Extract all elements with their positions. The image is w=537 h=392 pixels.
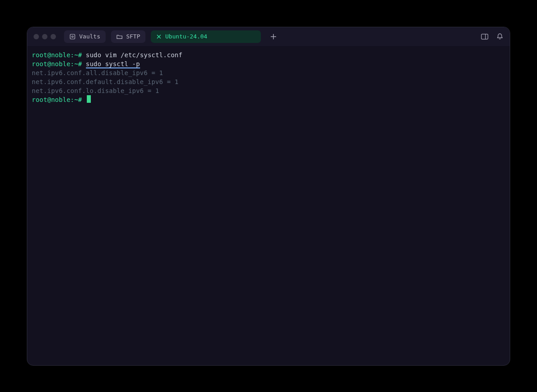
titlebar-right — [481, 33, 503, 40]
svg-point-1 — [72, 36, 73, 38]
tab-label: Ubuntu-24.04 — [165, 33, 207, 40]
output-line: net.ipv6.conf.all.disable_ipv6 = 1 — [32, 69, 163, 76]
shell-prompt: root@noble:~# — [32, 60, 82, 67]
terminal-window: Vaults SFTP Ubuntu-24.04 roo — [27, 27, 510, 366]
output-line: net.ipv6.conf.lo.disable_ipv6 = 1 — [32, 87, 159, 94]
vault-icon — [69, 34, 76, 40]
shell-prompt: root@noble:~# — [32, 51, 82, 59]
command-text: sudo vim /etc/sysctl.conf — [86, 51, 183, 59]
tab-vaults[interactable]: Vaults — [64, 30, 106, 43]
tab-sftp[interactable]: SFTP — [111, 30, 145, 43]
tab-label: SFTP — [126, 33, 140, 40]
tab-ubuntu[interactable]: Ubuntu-24.04 — [151, 30, 261, 43]
minimize-window-icon[interactable] — [42, 34, 47, 39]
new-tab-button[interactable] — [268, 31, 279, 42]
cursor — [87, 95, 91, 103]
folder-icon — [116, 34, 123, 40]
split-pane-icon[interactable] — [481, 33, 488, 40]
shell-prompt: root@noble:~# — [32, 96, 82, 103]
svg-rect-2 — [482, 34, 488, 39]
output-line: net.ipv6.conf.default.disable_ipv6 = 1 — [32, 78, 179, 85]
window-controls — [34, 34, 59, 39]
close-tab-icon[interactable] — [156, 34, 162, 39]
terminal-output[interactable]: root@noble:~# sudo vim /etc/sysctl.conf … — [27, 46, 510, 365]
titlebar: Vaults SFTP Ubuntu-24.04 — [27, 27, 510, 46]
tab-label: Vaults — [79, 33, 100, 40]
close-window-icon[interactable] — [34, 34, 39, 39]
maximize-window-icon[interactable] — [51, 34, 56, 39]
command-text: sudo sysctl -p — [86, 60, 140, 68]
svg-rect-0 — [70, 34, 75, 39]
bell-icon[interactable] — [496, 33, 503, 40]
